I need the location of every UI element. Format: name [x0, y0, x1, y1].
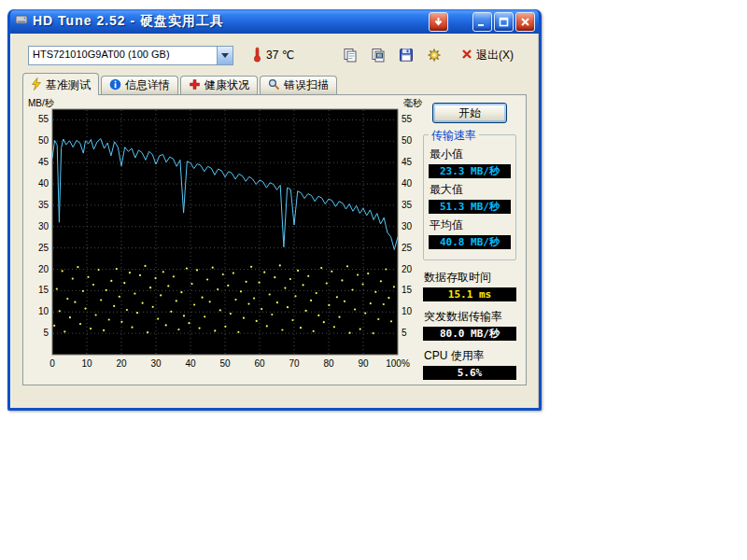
svg-text:20: 20: [38, 264, 49, 274]
health-cross-icon: [189, 78, 201, 93]
svg-text:50: 50: [38, 135, 49, 146]
hdtune-window: HD Tune 2.52 - 硬盘实用工具 HTS721010G9AT00 (1…: [7, 9, 542, 411]
min-label: 最小值: [430, 147, 511, 162]
tab-benchmark[interactable]: 基准测试: [22, 73, 99, 95]
svg-text:40: 40: [185, 358, 196, 369]
tab-error-scan-label: 错误扫描: [284, 77, 329, 93]
burst-rate-value: 80.0 MB/秒: [423, 327, 516, 341]
maximize-button[interactable]: [494, 12, 514, 32]
lightning-icon: [31, 77, 42, 93]
tab-error-scan[interactable]: 错误扫描: [260, 76, 337, 94]
stats-sidebar: 开始 传输速率 最小值 23.3 MB/秒 最大值 51.3 MB/秒 平均值 …: [423, 103, 516, 384]
exit-x-icon: [461, 49, 472, 63]
svg-text:10: 10: [81, 358, 92, 369]
min-value: 23.3 MB/秒: [429, 164, 511, 178]
svg-text:25: 25: [402, 243, 413, 253]
exit-label: 退出(X): [476, 48, 514, 63]
cpu-usage-label: CPU 使用率: [424, 348, 516, 364]
access-time-label: 数据存取时间: [424, 270, 516, 286]
tab-info-label: 信息详情: [125, 77, 170, 93]
drive-select-value: HTS721010G9AT00 (100 GB): [29, 47, 217, 64]
svg-text:30: 30: [38, 221, 49, 231]
tab-benchmark-label: 基准测试: [46, 77, 91, 93]
svg-text:20: 20: [402, 264, 413, 274]
options-icon[interactable]: [424, 46, 444, 64]
close-button[interactable]: [515, 12, 535, 32]
transfer-rate-group: 传输速率 最小值 23.3 MB/秒 最大值 51.3 MB/秒 平均值 40.…: [423, 134, 516, 260]
svg-text:10: 10: [38, 306, 49, 316]
svg-text:45: 45: [38, 157, 49, 167]
benchmark-panel: 5510101515202025253030353540404545505055…: [22, 94, 527, 385]
client-area: HTS721010G9AT00 (100 GB) 37 ℃: [10, 34, 539, 408]
thermometer-icon: [252, 46, 262, 65]
save-icon[interactable]: [396, 46, 416, 64]
avg-value: 40.8 MB/秒: [429, 235, 511, 249]
svg-text:毫秒: 毫秒: [403, 98, 423, 108]
svg-text:20: 20: [116, 358, 127, 369]
svg-text:55: 55: [402, 114, 413, 124]
copy-text-icon[interactable]: [340, 46, 360, 64]
svg-text:30: 30: [150, 358, 162, 369]
tab-bar: 基准测试 信息详情 健康状况 错误扫描: [22, 73, 538, 95]
minimize-button[interactable]: [472, 12, 492, 32]
tab-info[interactable]: 信息详情: [101, 76, 178, 94]
temperature-indicator: 37 ℃: [252, 46, 294, 65]
app-icon: [15, 13, 28, 30]
svg-text:40: 40: [38, 178, 49, 189]
info-icon: [109, 78, 121, 93]
drive-select[interactable]: HTS721010G9AT00 (100 GB): [28, 46, 233, 65]
svg-text:50: 50: [402, 135, 413, 146]
svg-text:5: 5: [43, 328, 49, 338]
chart-svg: 5510101515202025253030353540404545505055…: [27, 97, 423, 377]
magnifier-icon: [268, 78, 280, 93]
start-button[interactable]: 开始: [432, 103, 507, 123]
svg-text:100%: 100%: [386, 358, 410, 369]
chevron-down-icon: [221, 53, 229, 58]
svg-text:35: 35: [38, 200, 49, 210]
svg-text:35: 35: [402, 200, 413, 210]
window-title: HD Tune 2.52 - 硬盘实用工具: [33, 13, 427, 30]
cpu-usage-value: 5.6%: [423, 366, 516, 380]
svg-text:25: 25: [38, 243, 49, 253]
svg-text:30: 30: [402, 221, 413, 231]
svg-text:40: 40: [402, 178, 413, 189]
exit-button[interactable]: 退出(X): [461, 48, 514, 63]
toolbar-icons: [340, 46, 444, 64]
max-label: 最大值: [430, 182, 511, 198]
benchmark-chart: 5510101515202025253030353540404545505055…: [27, 97, 423, 381]
svg-text:0: 0: [49, 358, 55, 369]
svg-text:10: 10: [402, 306, 413, 316]
transfer-rate-group-title: 传输速率: [429, 128, 479, 144]
svg-text:70: 70: [289, 358, 300, 369]
tab-health[interactable]: 健康状况: [180, 76, 258, 94]
titlebar[interactable]: HD Tune 2.52 - 硬盘实用工具: [10, 9, 539, 34]
svg-text:5: 5: [402, 328, 407, 338]
svg-text:55: 55: [38, 114, 49, 124]
svg-text:15: 15: [402, 285, 413, 295]
copy-image-icon[interactable]: [368, 46, 388, 64]
roll-down-button[interactable]: [429, 12, 448, 32]
temperature-value: 37 ℃: [266, 49, 294, 62]
drive-select-arrow[interactable]: [217, 47, 233, 64]
svg-text:15: 15: [38, 285, 49, 295]
avg-label: 平均值: [430, 217, 511, 233]
toolbar: HTS721010G9AT00 (100 GB) 37 ℃: [11, 34, 538, 67]
max-value: 51.3 MB/秒: [429, 200, 511, 214]
svg-text:MB/秒: MB/秒: [28, 98, 55, 108]
svg-text:45: 45: [402, 157, 413, 167]
svg-text:50: 50: [219, 358, 231, 369]
burst-rate-label: 突发数据传输率: [424, 309, 516, 325]
access-time-value: 15.1 ms: [423, 287, 516, 301]
svg-text:80: 80: [323, 358, 334, 369]
tab-health-label: 健康状况: [204, 77, 249, 93]
svg-text:60: 60: [254, 358, 265, 369]
svg-text:90: 90: [358, 358, 369, 369]
